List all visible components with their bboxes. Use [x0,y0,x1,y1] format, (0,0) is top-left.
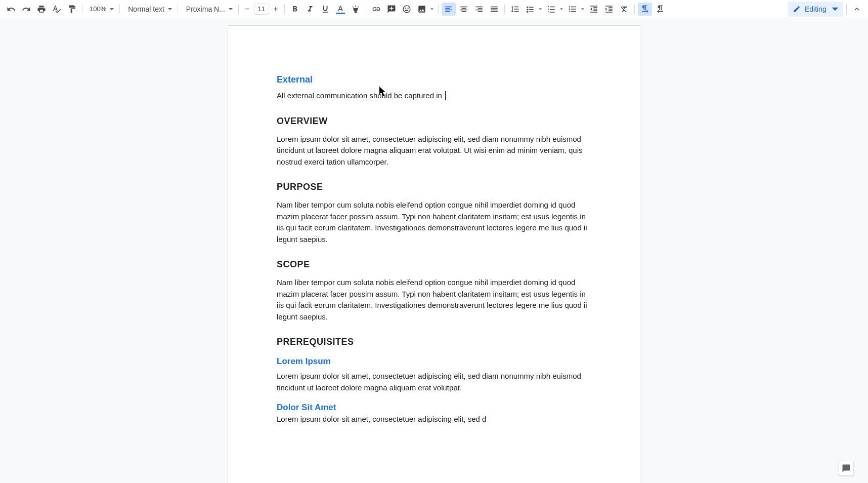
paint-format-button[interactable] [65,3,79,16]
insert-image-combo [415,3,435,16]
chevron-down-icon [831,5,839,13]
toolbar: 100% Normal text Proxima N... − 11 + [0,0,868,18]
decrease-font-size-button[interactable]: − [242,4,253,15]
paragraph-style-value: Normal text [128,5,164,13]
bulleted-list-button[interactable] [544,3,558,16]
decrease-indent-button[interactable] [587,3,601,16]
align-justify-button[interactable] [487,3,501,16]
editing-mode-button[interactable]: Editing [788,2,843,17]
checklist-button[interactable] [523,3,537,16]
print-button[interactable] [34,3,49,16]
rtl-button[interactable] [653,3,667,16]
align-center-button[interactable] [457,3,471,16]
line-spacing-combo [508,3,522,16]
numbered-list-combo [566,3,586,16]
align-right-button[interactable] [472,3,486,16]
clear-formatting-button[interactable] [617,3,631,16]
text-color-button[interactable] [333,3,348,16]
bulleted-list-combo [544,3,565,16]
increase-font-size-button[interactable]: + [270,4,281,15]
font-size-input[interactable]: 11 [254,4,269,15]
insert-link-button[interactable] [369,3,383,16]
insert-image-button[interactable] [415,3,429,16]
numbered-list-dropdown[interactable] [580,3,586,16]
insert-emoji-button[interactable] [400,3,414,16]
numbered-list-button[interactable] [566,3,580,16]
zoom-dropdown[interactable]: 100% [85,3,116,16]
insert-image-dropdown[interactable] [429,3,435,16]
highlight-color-button[interactable] [349,3,363,16]
bold-button[interactable] [288,3,302,16]
bulleted-list-dropdown[interactable] [558,3,565,16]
collapse-toolbar-button[interactable] [850,3,864,16]
font-size-group: − 11 + [242,4,281,15]
ltr-button[interactable] [638,3,652,16]
add-comment-button[interactable] [384,3,399,16]
paragraph-style-dropdown[interactable]: Normal text [123,3,175,16]
spellcheck-button[interactable] [50,3,64,16]
font-dropdown[interactable]: Proxima N... [181,3,235,16]
line-spacing-button[interactable] [508,3,522,16]
font-value: Proxima N... [186,5,225,13]
pencil-icon [793,5,801,13]
underline-button[interactable] [318,3,332,16]
redo-button[interactable] [19,3,33,16]
checklist-combo [523,3,543,16]
undo-button[interactable] [4,3,18,16]
italic-button[interactable] [303,3,317,16]
checklist-dropdown[interactable] [537,3,543,16]
increase-indent-button[interactable] [602,3,616,16]
zoom-value: 100% [90,5,106,13]
align-left-button[interactable] [442,3,456,16]
editing-mode-label: Editing [805,5,827,13]
